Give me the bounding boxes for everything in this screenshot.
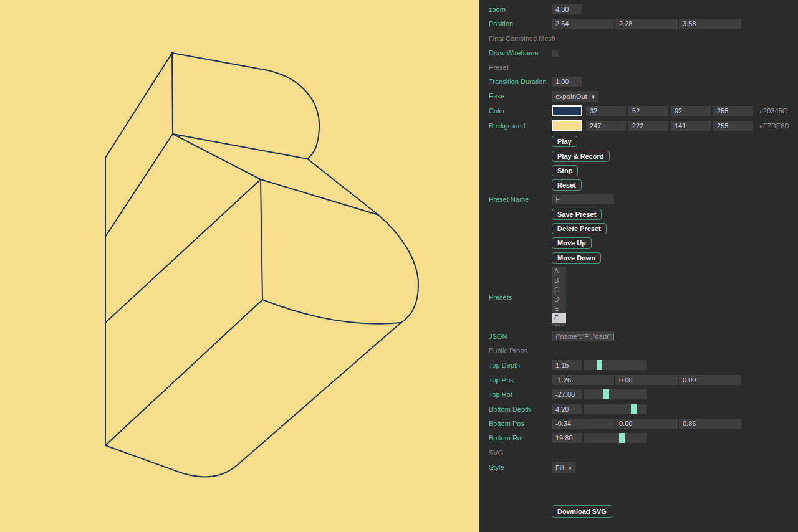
preset-list-item[interactable]: B [552, 276, 566, 285]
wireframe-edge [307, 159, 378, 215]
letter-b-wireframe [0, 0, 479, 532]
row-public-props-section: Public Props [479, 346, 798, 357]
wireframe-edge [378, 215, 418, 323]
wireframe-edge [172, 53, 319, 159]
row-preset-section: Preset [479, 62, 798, 74]
row-preset-name: Preset Name F [479, 194, 798, 206]
transition-duration-label: Transition Duration [489, 77, 547, 87]
bottom-depth-slider[interactable] [584, 404, 647, 414]
save-preset-button[interactable]: Save Preset [552, 209, 602, 220]
row-top-depth: Top Depth 1.15 [479, 360, 798, 371]
row-zoom: zoom 4.00 [479, 4, 798, 16]
reset-button[interactable]: Reset [552, 179, 582, 191]
transition-duration-input[interactable]: 1.00 [552, 77, 582, 87]
row-ease: Ease expoInOut ▲▼ [479, 91, 798, 102]
top-depth-label: Top Depth [489, 360, 520, 371]
color-b-input[interactable]: 92 [671, 106, 711, 116]
top-depth-input[interactable]: 1.15 [552, 360, 582, 370]
bottom-rot-slider-handle[interactable] [619, 433, 625, 443]
preset-list-item[interactable]: E [552, 304, 566, 313]
delete-preset-button[interactable]: Delete Preset [552, 223, 607, 234]
bottom-rot-input[interactable]: 19.80 [552, 433, 582, 443]
background-swatch[interactable] [552, 120, 582, 131]
top-pos-z-input[interactable]: 0.00 [679, 375, 741, 385]
public-props-section-label: Public Props [489, 346, 527, 356]
background-a-input[interactable]: 255 [713, 121, 753, 131]
row-position: Position 2.64 2.28 3.58 [479, 19, 798, 30]
bottom-pos-x-input[interactable]: -0.34 [552, 419, 614, 429]
background-hex-value: #F7DE8D [759, 121, 789, 131]
bottom-rot-slider[interactable] [584, 433, 647, 443]
row-json: JSON {"name":"F","data":[{ [479, 331, 798, 343]
row-color: Color 32 52 92 255 #20345C [479, 106, 798, 117]
preset-list-item[interactable]: AB [552, 323, 566, 326]
json-input[interactable]: {"name":"F","data":[{ [552, 331, 614, 341]
zoom-input[interactable]: 4.00 [552, 4, 582, 14]
bottom-pos-label: Bottom Pos [489, 419, 524, 429]
top-pos-y-input[interactable]: 0.00 [615, 375, 678, 385]
top-rot-slider[interactable] [584, 389, 647, 399]
wireframe-edge [105, 53, 172, 158]
background-b-input[interactable]: 141 [671, 121, 711, 131]
wireframe-edge [261, 179, 262, 300]
preset-name-input[interactable]: F [552, 194, 614, 204]
position-z-input[interactable]: 3.58 [679, 19, 741, 29]
row-top-pos: Top Pos -1.26 0.00 0.00 [479, 375, 798, 386]
preset-list-item[interactable]: D [552, 295, 566, 304]
wireframe-edge [173, 134, 307, 159]
background-r-input[interactable]: 247 [586, 121, 626, 131]
preset-list-item[interactable]: A [552, 267, 566, 276]
preset-list-item[interactable]: F [552, 313, 566, 323]
top-pos-x-input[interactable]: -1.26 [552, 375, 614, 385]
bottom-depth-label: Bottom Depth [489, 404, 531, 415]
position-x-input[interactable]: 2.64 [552, 19, 614, 29]
background-g-input[interactable]: 222 [628, 121, 668, 131]
row-top-rot: Top Rot -27.00 [479, 389, 798, 401]
wireframe-edge [105, 134, 173, 237]
row-bottom-rot: Bottom Rot 19.80 [479, 433, 798, 444]
style-select[interactable]: Fill ▲▼ [552, 462, 575, 473]
bottom-pos-y-input[interactable]: 0.00 [615, 419, 678, 429]
final-mesh-section-label: Final Combined Mesh [489, 34, 555, 44]
bottom-depth-slider-handle[interactable] [631, 404, 637, 414]
bottom-pos-z-input[interactable]: 0.86 [679, 419, 741, 429]
stop-button[interactable]: Stop [552, 165, 578, 176]
color-g-input[interactable]: 52 [628, 106, 668, 116]
row-presets-list: A B C D E F AB [479, 267, 798, 326]
control-panel: zoom 4.00 Position 2.64 2.28 3.58 Final … [479, 0, 798, 532]
updown-arrows-icon: ▲▼ [569, 465, 572, 470]
position-y-input[interactable]: 2.28 [615, 19, 678, 29]
play-record-button[interactable]: Play & Record [552, 151, 610, 162]
wireframe-edge [173, 134, 261, 179]
json-label: JSON [489, 331, 507, 342]
render-viewport[interactable] [0, 0, 479, 532]
draw-wireframe-checkbox[interactable] [552, 50, 559, 57]
bottom-depth-input[interactable]: 4.20 [552, 404, 582, 414]
style-label: Style [489, 462, 504, 473]
bottom-rot-label: Bottom Rot [489, 433, 523, 444]
color-label: Color [489, 106, 505, 116]
presets-listbox[interactable]: A B C D E F AB [552, 267, 566, 326]
color-a-input[interactable]: 255 [713, 106, 753, 116]
position-label: Position [489, 19, 513, 29]
top-depth-slider[interactable] [584, 360, 647, 370]
wireframe-edge [105, 323, 401, 477]
play-button[interactable]: Play [552, 136, 577, 147]
top-depth-slider-handle[interactable] [597, 360, 602, 370]
preset-section-label: Preset [489, 62, 509, 73]
top-rot-label: Top Rot [489, 389, 512, 400]
move-down-button[interactable]: Move Down [552, 252, 601, 264]
color-r-input[interactable]: 32 [586, 106, 626, 116]
ease-select[interactable]: expoInOut ▲▼ [552, 91, 598, 102]
top-rot-input[interactable]: -27.00 [552, 389, 582, 399]
top-rot-slider-handle[interactable] [603, 389, 609, 399]
wireframe-edge [172, 53, 173, 134]
color-swatch[interactable] [552, 105, 582, 116]
row-bottom-depth: Bottom Depth 4.20 [479, 404, 798, 416]
preset-list-item[interactable]: C [552, 285, 566, 295]
preset-name-label: Preset Name [489, 194, 529, 205]
row-bottom-pos: Bottom Pos -0.34 0.00 0.86 [479, 419, 798, 430]
download-svg-button[interactable]: Download SVG [552, 505, 612, 518]
style-select-value: Fill [555, 462, 564, 473]
move-up-button[interactable]: Move Up [552, 237, 592, 249]
